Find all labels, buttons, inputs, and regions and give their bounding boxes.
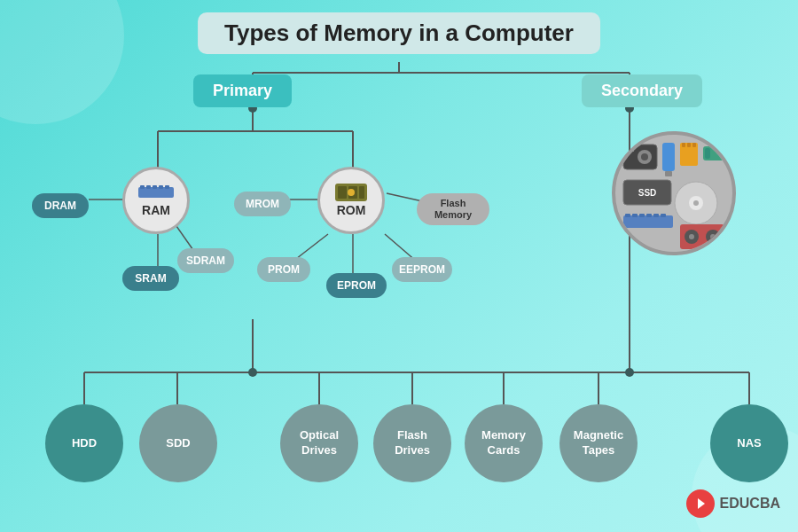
svg-rect-39 <box>692 143 696 147</box>
ram-label: RAM <box>142 203 170 217</box>
svg-rect-33 <box>625 146 634 152</box>
page-title: Types of Memory in a Computer <box>224 20 574 47</box>
svg-rect-35 <box>665 171 672 176</box>
educba-icon <box>686 489 715 518</box>
title-box: Types of Memory in a Computer <box>198 12 600 54</box>
dram-node: DRAM <box>32 193 89 218</box>
svg-point-57 <box>689 234 694 239</box>
sram-node: SRAM <box>122 266 179 291</box>
ram-circle: RAM <box>122 167 190 234</box>
svg-rect-66 <box>338 186 347 199</box>
sdd-node: SDD <box>139 404 217 482</box>
svg-rect-48 <box>625 214 630 217</box>
svg-point-46 <box>693 200 699 206</box>
svg-point-58 <box>710 234 716 239</box>
eprom-node: EPROM <box>326 273 387 298</box>
sdram-node: SDRAM <box>177 248 234 273</box>
svg-point-32 <box>641 153 648 160</box>
rom-label: ROM <box>337 203 366 217</box>
svg-point-29 <box>625 368 634 377</box>
secondary-label: Secondary <box>582 74 702 107</box>
svg-rect-37 <box>682 143 685 147</box>
svg-rect-41 <box>705 148 710 159</box>
magnetic-tapes-node: MagneticTapes <box>559 404 638 482</box>
svg-rect-49 <box>632 214 638 217</box>
svg-rect-52 <box>653 214 659 217</box>
flash-drives-node: FlashDrives <box>373 404 451 482</box>
nas-node: NAS <box>710 404 788 482</box>
secondary-storage-image: SSD <box>612 131 736 255</box>
svg-rect-68 <box>359 186 364 199</box>
svg-point-28 <box>248 368 257 377</box>
rom-circle: ROM <box>317 167 385 234</box>
deco-circle-tl <box>0 0 124 124</box>
svg-rect-64 <box>165 185 169 189</box>
eeprom-node: EEPROM <box>392 257 452 282</box>
svg-rect-62 <box>153 185 157 189</box>
hdd-node: HDD <box>45 404 123 482</box>
svg-rect-63 <box>159 185 163 189</box>
primary-label: Primary <box>193 74 292 107</box>
mrom-node: MROM <box>234 192 291 216</box>
svg-rect-38 <box>687 143 691 147</box>
svg-rect-60 <box>140 185 145 189</box>
svg-point-69 <box>348 189 355 196</box>
svg-rect-51 <box>646 214 652 217</box>
educba-text: EDUCBA <box>720 496 780 512</box>
memory-cards-node: MemoryCards <box>465 404 543 482</box>
svg-rect-50 <box>639 214 645 217</box>
svg-marker-70 <box>698 498 705 509</box>
educba-logo: EDUCBA <box>686 489 780 518</box>
optical-drives-node: OpticalDrives <box>280 404 358 482</box>
svg-rect-61 <box>146 185 151 189</box>
flash-memory-node: Flash Memory <box>417 193 489 225</box>
svg-rect-47 <box>623 215 673 228</box>
svg-rect-53 <box>661 214 666 217</box>
svg-text:SSD: SSD <box>638 188 657 198</box>
svg-rect-34 <box>662 143 675 171</box>
prom-node: PROM <box>257 257 310 282</box>
